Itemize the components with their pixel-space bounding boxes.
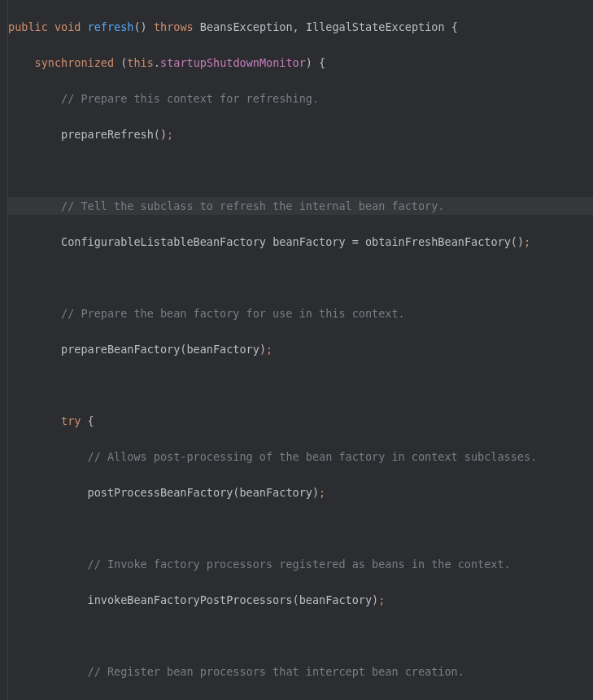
parens: () (133, 20, 146, 33)
comment: // Invoke factory processors registered … (88, 558, 511, 571)
argument: beanFactory (239, 486, 312, 499)
equals: = (352, 235, 359, 248)
comment: // Register bean processors that interce… (88, 665, 464, 678)
code-line[interactable] (8, 376, 593, 394)
semicolon: ; (524, 235, 530, 248)
variable: beanFactory (273, 235, 345, 248)
code-line[interactable] (8, 269, 593, 287)
keyword-try: try (61, 414, 81, 427)
code-line[interactable] (8, 627, 593, 645)
keyword-throws: throws (154, 20, 194, 33)
dot: . (154, 56, 160, 69)
code-line[interactable]: public void refresh() throws BeansExcept… (8, 18, 593, 36)
code-line[interactable] (8, 161, 593, 179)
method-call: prepareRefresh() (61, 128, 167, 141)
open-brace: { (319, 56, 325, 69)
exception-type: IllegalStateException (306, 20, 445, 33)
code-line[interactable]: postProcessBeanFactory(beanFactory); (8, 483, 593, 501)
comment: // Allows post-processing of the bean fa… (88, 450, 538, 463)
code-line[interactable]: try { (8, 412, 593, 430)
comment: // Prepare this context for refreshing. (61, 92, 319, 105)
keyword-public: public (8, 20, 48, 33)
keyword-this: this (127, 56, 154, 69)
code-line[interactable]: ConfigurableListableBeanFactory beanFact… (8, 233, 593, 251)
semicolon: ; (378, 593, 385, 606)
keyword-synchronized: synchronized (35, 56, 115, 69)
type-name: ConfigurableListableBeanFactory (61, 235, 266, 248)
code-line[interactable]: prepareBeanFactory(beanFactory); (8, 340, 593, 358)
argument: beanFactory (186, 343, 259, 356)
comment: // Prepare the bean factory for use in t… (61, 307, 405, 320)
code-area[interactable]: public void refresh() throws BeansExcept… (8, 0, 593, 700)
code-line[interactable]: // Prepare the bean factory for use in t… (8, 304, 593, 322)
code-line[interactable]: // Invoke factory processors registered … (8, 555, 593, 573)
code-editor[interactable]: public void refresh() throws BeansExcept… (0, 0, 593, 700)
argument: beanFactory (299, 593, 372, 606)
method-name: refresh (88, 20, 134, 33)
code-line[interactable]: // Allows post-processing of the bean fa… (8, 448, 593, 466)
method-call: prepareBeanFactory( (61, 343, 186, 356)
code-line[interactable] (8, 519, 593, 537)
rparen: ) (306, 56, 312, 69)
field-ref: startupShutdownMonitor (160, 56, 306, 69)
code-line[interactable]: prepareRefresh(); (8, 125, 593, 143)
code-line[interactable]: synchronized (this.startupShutdownMonito… (8, 54, 593, 72)
method-call: postProcessBeanFactory( (88, 486, 240, 499)
editor-gutter (0, 0, 8, 700)
code-line-highlighted[interactable]: // Tell the subclass to refresh the inte… (8, 197, 593, 215)
exception-type: BeansException (200, 20, 293, 33)
close-paren: ) (372, 593, 378, 606)
code-line[interactable]: // Register bean processors that interce… (8, 663, 593, 680)
open-brace: { (88, 414, 94, 427)
comma: , (293, 20, 299, 33)
code-line[interactable]: // Prepare this context for refreshing. (8, 90, 593, 107)
close-paren: ) (312, 486, 319, 499)
keyword-void: void (55, 20, 81, 33)
open-brace: { (451, 20, 458, 33)
method-call: obtainFreshBeanFactory() (365, 235, 524, 248)
semicolon: ; (167, 128, 173, 141)
method-call: invokeBeanFactoryPostProcessors( (88, 593, 299, 606)
comment: // Tell the subclass to refresh the inte… (61, 199, 444, 212)
semicolon: ; (266, 343, 273, 356)
close-paren: ) (259, 343, 266, 356)
semicolon: ; (319, 486, 325, 499)
code-line[interactable]: invokeBeanFactoryPostProcessors(beanFact… (8, 591, 593, 609)
